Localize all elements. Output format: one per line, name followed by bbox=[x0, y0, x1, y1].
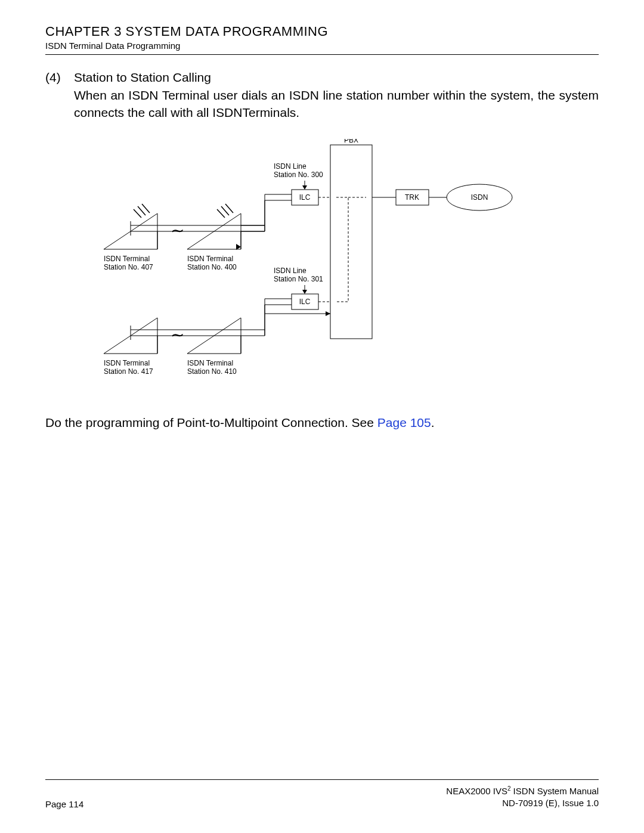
post-text-after: . bbox=[431, 416, 435, 429]
footer-docid: ND-70919 (E), Issue 1.0 bbox=[446, 797, 599, 809]
footer-manual: NEAX2000 IVS2 ISDN System Manual bbox=[446, 785, 599, 797]
svg-marker-11 bbox=[302, 290, 307, 294]
ilc1-box-label: ILC bbox=[299, 193, 311, 202]
section-title: Station to Station Calling bbox=[74, 69, 599, 86]
svg-line-26 bbox=[142, 204, 150, 213]
svg-line-30 bbox=[217, 209, 225, 218]
footer-manual-pre: NEAX2000 IVS bbox=[446, 786, 507, 796]
header-rule bbox=[45, 54, 599, 55]
header-subtitle: ISDN Terminal Data Programming bbox=[45, 41, 599, 51]
svg-marker-7 bbox=[302, 185, 307, 190]
terminal-417-label-1: ISDN Terminal bbox=[104, 359, 150, 367]
terminal-400-label-1: ISDN Terminal bbox=[187, 255, 233, 263]
tilde-icon: ∼ bbox=[171, 221, 184, 240]
terminal-407-label-2: Station No. 407 bbox=[104, 263, 153, 271]
terminal-400-label-2: Station No. 400 bbox=[187, 263, 237, 271]
svg-line-24 bbox=[134, 209, 141, 218]
svg-line-32 bbox=[225, 204, 233, 213]
section-paragraph: When an ISDN Terminal user dials an ISDN… bbox=[74, 87, 599, 121]
page-link[interactable]: Page 105 bbox=[377, 416, 431, 429]
terminal-410-label-2: Station No. 410 bbox=[187, 367, 237, 376]
ilc2-label-line2: Station No. 301 bbox=[274, 275, 323, 283]
isdn-label: ISDN bbox=[471, 193, 488, 202]
terminal-417-label-2: Station No. 417 bbox=[104, 367, 153, 376]
ilc1-label-line1: ISDN Line bbox=[274, 162, 306, 171]
section-number: (4) bbox=[45, 69, 74, 121]
footer-page: Page 114 bbox=[45, 799, 83, 809]
terminal-407-label-1: ISDN Terminal bbox=[104, 255, 150, 263]
diagram: PBX TRK ISDN ILC ISDN Line Station No. 3… bbox=[74, 139, 599, 398]
post-text-before: Do the programming of Point-to-Multipoin… bbox=[45, 416, 377, 429]
svg-line-25 bbox=[138, 206, 145, 215]
footer-rule bbox=[45, 779, 599, 780]
ilc1-label-line2: Station No. 300 bbox=[274, 171, 323, 179]
chapter-title: CHAPTER 3 SYSTEM DATA PROGRAMMING bbox=[45, 24, 599, 39]
ilc2-label-line1: ISDN Line bbox=[274, 267, 306, 275]
post-paragraph: Do the programming of Point-to-Multipoin… bbox=[45, 416, 599, 430]
footer-manual-post: ISDN System Manual bbox=[510, 786, 599, 796]
svg-marker-36 bbox=[326, 311, 330, 316]
ilc2-box-label: ILC bbox=[299, 298, 311, 306]
svg-rect-0 bbox=[330, 145, 372, 339]
pbx-label: PBX bbox=[344, 139, 358, 144]
tilde-icon: ∼ bbox=[171, 326, 184, 344]
trk-label: TRK bbox=[405, 193, 419, 202]
svg-line-31 bbox=[221, 206, 229, 215]
terminal-410-label-1: ISDN Terminal bbox=[187, 359, 233, 367]
